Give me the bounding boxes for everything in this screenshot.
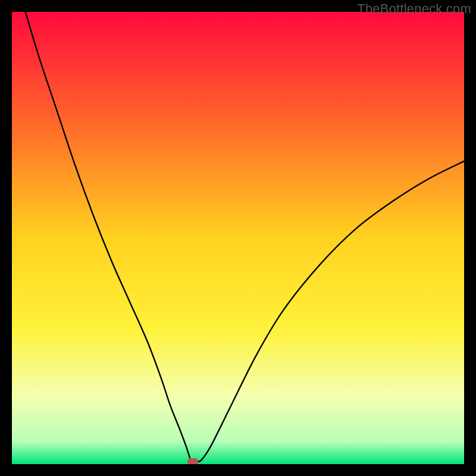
chart-svg — [12, 12, 464, 464]
chart-background — [12, 12, 464, 464]
watermark-text: TheBottleneck.com — [357, 1, 471, 17]
minimum-marker — [187, 458, 198, 464]
chart-frame — [12, 12, 464, 464]
